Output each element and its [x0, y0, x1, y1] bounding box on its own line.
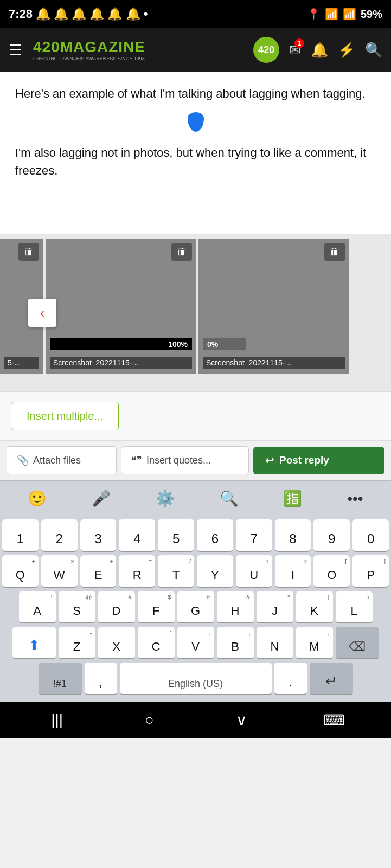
key-u[interactable]: <U: [236, 555, 272, 588]
notification-icons: 🔔 🔔 🔔 🔔 🔔 🔔 •: [36, 7, 148, 21]
key-p[interactable]: ]P: [352, 555, 389, 588]
shift-key[interactable]: ⬆: [12, 627, 56, 659]
key-4[interactable]: 4: [119, 519, 155, 552]
translate-icon[interactable]: 🈯: [279, 487, 306, 510]
key-5[interactable]: 5: [158, 519, 194, 552]
backspace-key[interactable]: ⌫: [336, 627, 379, 659]
key-d[interactable]: #D: [98, 591, 135, 623]
attachment-item-2: 🗑 0% Screenshot_20221115-...: [198, 239, 349, 387]
status-left: 7:28 🔔 🔔 🔔 🔔 🔔 🔔 •: [9, 7, 148, 21]
period-key[interactable]: .: [274, 663, 307, 695]
key-6[interactable]: 6: [197, 519, 233, 552]
nav-back-button[interactable]: ∨: [196, 711, 288, 729]
key-w[interactable]: ×W: [41, 555, 78, 588]
wifi-icon: 📶: [325, 8, 338, 21]
nav-home-button[interactable]: ○: [103, 711, 195, 729]
progress-bar-container-2: 0%: [203, 338, 345, 350]
key-2[interactable]: 2: [41, 519, 78, 552]
post-text-1: Here's an example of what I'm talking ab…: [15, 85, 376, 102]
key-e[interactable]: ÷E: [80, 555, 117, 588]
key-s[interactable]: @S: [59, 591, 95, 623]
time: 7:28: [9, 7, 33, 21]
key-x[interactable]: "X: [98, 627, 135, 659]
key-0[interactable]: 0: [352, 519, 389, 552]
navbar: ☰ 420MAGAZINE CREATING CANNABIS AWARENES…: [0, 28, 391, 72]
emoji-icon[interactable]: 🙂: [23, 487, 51, 510]
navbar-left: ☰ 420MAGAZINE CREATING CANNABIS AWARENES…: [9, 38, 145, 61]
key-7[interactable]: 7: [236, 519, 272, 552]
trash-icon-0[interactable]: 🗑: [18, 243, 39, 261]
flash-icon[interactable]: ⚡: [338, 42, 355, 59]
key-t[interactable]: /T: [158, 555, 194, 588]
trash-icon-2[interactable]: 🗑: [324, 243, 345, 261]
key-g[interactable]: %G: [177, 591, 214, 623]
key-z[interactable]: -Z: [59, 627, 95, 659]
attach-filename-0: 5-...: [4, 357, 39, 369]
progress-bar-2: 0%: [203, 338, 246, 350]
key-y[interactable]: -Y: [197, 555, 233, 588]
post-text-2: I'm also lagging not in photos, but when…: [15, 144, 376, 179]
water-drop-container: [15, 108, 376, 138]
reply-icon: ↩: [265, 454, 274, 467]
key-3[interactable]: 3: [80, 519, 117, 552]
menu-button[interactable]: ☰: [9, 41, 22, 59]
insert-quotes-button[interactable]: ❝❞ Insert quotes...: [121, 446, 249, 474]
bottom-row: !#1 , English (US) . ↵: [2, 663, 389, 695]
key-q[interactable]: +Q: [2, 555, 39, 588]
insert-multiple-button[interactable]: Insert multiple...: [11, 402, 119, 430]
bell-icon[interactable]: 🔔: [311, 42, 328, 59]
attach-files-button[interactable]: 📎 Attach files: [7, 446, 117, 474]
more-icon[interactable]: •••: [343, 488, 367, 510]
asdf-row: !A @S #D $F %G &H *J (K )L: [2, 591, 389, 623]
nav-keyboard-button[interactable]: ⌨: [288, 711, 380, 729]
key-k[interactable]: (K: [296, 591, 333, 623]
zxcv-row: ⬆ -Z "X 'C :V ;B N ,M ⌫: [2, 627, 389, 659]
post-reply-button[interactable]: ↩ Post reply: [253, 447, 384, 474]
key-j[interactable]: *J: [257, 591, 293, 623]
search-kb-icon[interactable]: 🔍: [215, 487, 243, 510]
key-9[interactable]: 9: [313, 519, 350, 552]
key-i[interactable]: >I: [275, 555, 311, 588]
keyboard: 1 2 3 4 5 6 7 8 9 0 +Q ×W ÷E =R /T -Y <U…: [0, 516, 391, 702]
attach-filename-1: Screenshot_20221115-...: [50, 357, 192, 369]
notification-badge: 1: [294, 38, 304, 48]
status-right: 📍 📶 📶 59%: [307, 8, 382, 21]
post-reply-label: Post reply: [279, 454, 329, 466]
key-c[interactable]: 'C: [138, 627, 175, 659]
insert-multiple-section: Insert multiple...: [0, 391, 391, 440]
insert-quotes-label: Insert quotes...: [146, 455, 211, 466]
navbar-right: 420 ✉ 1 🔔 ⚡ 🔍: [253, 37, 382, 63]
space-key[interactable]: English (US): [120, 663, 272, 695]
progress-bar-1: 100%: [50, 338, 192, 350]
keyboard-toolbar: 🙂 🎤 ⚙️ 🔍 🈯 •••: [0, 480, 391, 516]
settings-icon[interactable]: ⚙️: [151, 487, 179, 510]
key-h[interactable]: &H: [217, 591, 254, 623]
key-l[interactable]: )L: [336, 591, 373, 623]
nav-arrow-left[interactable]: ‹: [28, 299, 56, 327]
content-area: Here's an example of what I'm talking ab…: [0, 72, 391, 234]
nav-lines-button[interactable]: |||: [11, 711, 103, 729]
key-f[interactable]: $F: [138, 591, 175, 623]
key-m[interactable]: ,M: [296, 627, 333, 659]
bottom-nav: ||| ○ ∨ ⌨: [0, 702, 391, 738]
key-a[interactable]: !A: [19, 591, 56, 623]
key-n[interactable]: N: [257, 627, 293, 659]
key-o[interactable]: [O: [313, 555, 350, 588]
attach-thumb-1: 🗑 100% Screenshot_20221115-...: [46, 239, 196, 374]
mail-icon[interactable]: ✉ 1: [289, 42, 301, 59]
attach-thumb-2: 🗑 0% Screenshot_20221115-...: [198, 239, 349, 374]
key-8[interactable]: 8: [275, 519, 311, 552]
mic-icon[interactable]: 🎤: [87, 487, 115, 510]
key-r[interactable]: =R: [119, 555, 155, 588]
key-b[interactable]: ;B: [217, 627, 254, 659]
key-1[interactable]: 1: [2, 519, 39, 552]
attach-files-label: Attach files: [33, 455, 81, 466]
avatar[interactable]: 420: [253, 37, 279, 63]
key-v[interactable]: :V: [177, 627, 214, 659]
trash-icon-1[interactable]: 🗑: [171, 243, 192, 261]
avatar-label: 420: [258, 44, 274, 56]
search-icon[interactable]: 🔍: [365, 42, 382, 59]
comma-key[interactable]: ,: [85, 663, 117, 695]
return-key[interactable]: ↵: [310, 663, 353, 695]
special-chars-key[interactable]: !#1: [39, 663, 82, 695]
